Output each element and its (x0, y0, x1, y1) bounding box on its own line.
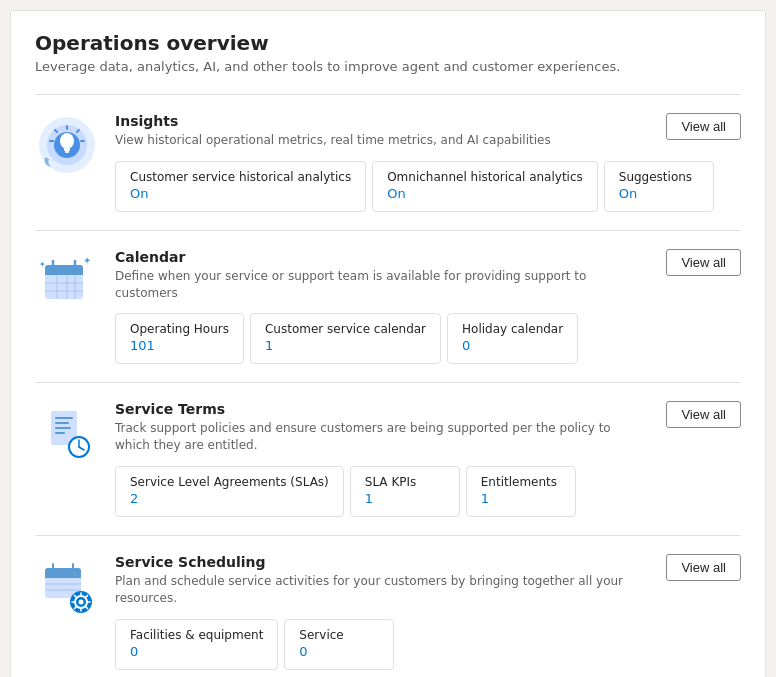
service-scheduling-desc: Plan and schedule service activities for… (115, 573, 635, 607)
metric-value: 1 (265, 338, 426, 353)
metric-value: 2 (130, 491, 329, 506)
svg-rect-34 (45, 574, 81, 578)
section-insights: Insights View historical operational met… (35, 94, 741, 230)
metric-card-holiday-calendar: Holiday calendar 0 (447, 313, 578, 364)
service-scheduling-view-all-button[interactable]: View all (666, 554, 741, 581)
calendar-title: Calendar (115, 249, 635, 265)
svg-text:✦: ✦ (39, 260, 46, 269)
metric-label: Service (299, 628, 379, 642)
page-title: Operations overview (35, 31, 741, 55)
insights-desc: View historical operational metrics, rea… (115, 132, 551, 149)
metric-value: 0 (299, 644, 379, 659)
metric-label: Facilities & equipment (130, 628, 263, 642)
insights-metrics: Customer service historical analytics On… (115, 161, 741, 212)
calendar-desc: Define when your service or support team… (115, 268, 635, 302)
metric-label: Operating Hours (130, 322, 229, 336)
svg-rect-4 (64, 148, 70, 151)
metric-label: Customer service calendar (265, 322, 426, 336)
service-scheduling-metrics: Facilities & equipment 0 Service 0 (115, 619, 741, 670)
metric-card-historical-analytics: Customer service historical analytics On (115, 161, 366, 212)
section-service-terms: Service Terms Track support policies and… (35, 382, 741, 535)
service-scheduling-title-desc: Service Scheduling Plan and schedule ser… (115, 554, 635, 607)
metric-value: On (130, 186, 351, 201)
metric-card-facilities: Facilities & equipment 0 (115, 619, 278, 670)
service-terms-desc: Track support policies and ensure custom… (115, 420, 635, 454)
metric-card-operating-hours: Operating Hours 101 (115, 313, 244, 364)
page-subtitle: Leverage data, analytics, AI, and other … (35, 59, 741, 74)
svg-line-8 (77, 130, 79, 132)
insights-title-desc: Insights View historical operational met… (115, 113, 551, 149)
metric-label: Service Level Agreements (SLAs) (130, 475, 329, 489)
service-scheduling-icon (35, 554, 99, 618)
insights-icon (35, 113, 99, 177)
calendar-header: Calendar Define when your service or sup… (115, 249, 741, 302)
service-terms-title: Service Terms (115, 401, 635, 417)
metric-card-service: Service 0 (284, 619, 394, 670)
svg-rect-5 (65, 151, 69, 153)
calendar-body: Calendar Define when your service or sup… (115, 249, 741, 365)
calendar-title-desc: Calendar Define when your service or sup… (115, 249, 635, 302)
metric-card-suggestions: Suggestions On (604, 161, 714, 212)
service-terms-title-desc: Service Terms Track support policies and… (115, 401, 635, 454)
metric-card-entitlements: Entitlements 1 (466, 466, 576, 517)
section-calendar: ✦ ✦ Calendar Define when your service or… (35, 230, 741, 383)
svg-point-3 (60, 133, 74, 149)
metric-card-service-calendar: Customer service calendar 1 (250, 313, 441, 364)
metric-label: Holiday calendar (462, 322, 563, 336)
metric-label: Customer service historical analytics (130, 170, 351, 184)
page-container: Operations overview Leverage data, analy… (10, 10, 766, 677)
metric-value: On (619, 186, 699, 201)
service-scheduling-header: Service Scheduling Plan and schedule ser… (115, 554, 741, 607)
calendar-view-all-button[interactable]: View all (666, 249, 741, 276)
svg-text:✦: ✦ (83, 255, 91, 266)
service-terms-body: Service Terms Track support policies and… (115, 401, 741, 517)
svg-rect-26 (55, 427, 71, 429)
service-terms-view-all-button[interactable]: View all (666, 401, 741, 428)
insights-body: Insights View historical operational met… (115, 113, 741, 212)
insights-title: Insights (115, 113, 551, 129)
section-service-scheduling: Service Scheduling Plan and schedule ser… (35, 535, 741, 677)
insights-view-all-button[interactable]: View all (666, 113, 741, 140)
metric-label: SLA KPIs (365, 475, 445, 489)
svg-rect-27 (55, 432, 65, 434)
metric-card-omnichannel: Omnichannel historical analytics On (372, 161, 598, 212)
metric-value: 101 (130, 338, 229, 353)
metric-value: 0 (462, 338, 563, 353)
metric-label: Entitlements (481, 475, 561, 489)
calendar-metrics: Operating Hours 101 Customer service cal… (115, 313, 741, 364)
service-terms-icon (35, 401, 99, 465)
metric-value: 1 (365, 491, 445, 506)
calendar-icon: ✦ ✦ (35, 249, 99, 313)
svg-line-7 (55, 130, 57, 132)
insights-header: Insights View historical operational met… (115, 113, 741, 149)
metric-value: 0 (130, 644, 263, 659)
metric-label: Suggestions (619, 170, 699, 184)
service-terms-metrics: Service Level Agreements (SLAs) 2 SLA KP… (115, 466, 741, 517)
service-scheduling-title: Service Scheduling (115, 554, 635, 570)
metric-value: On (387, 186, 583, 201)
metric-value: 1 (481, 491, 561, 506)
svg-rect-25 (55, 422, 69, 424)
service-terms-header: Service Terms Track support policies and… (115, 401, 741, 454)
svg-point-41 (79, 599, 84, 604)
svg-rect-24 (55, 417, 73, 419)
metric-label: Omnichannel historical analytics (387, 170, 583, 184)
metric-card-sla: Service Level Agreements (SLAs) 2 (115, 466, 344, 517)
svg-rect-13 (45, 271, 83, 275)
metric-card-sla-kpis: SLA KPIs 1 (350, 466, 460, 517)
service-scheduling-body: Service Scheduling Plan and schedule ser… (115, 554, 741, 670)
